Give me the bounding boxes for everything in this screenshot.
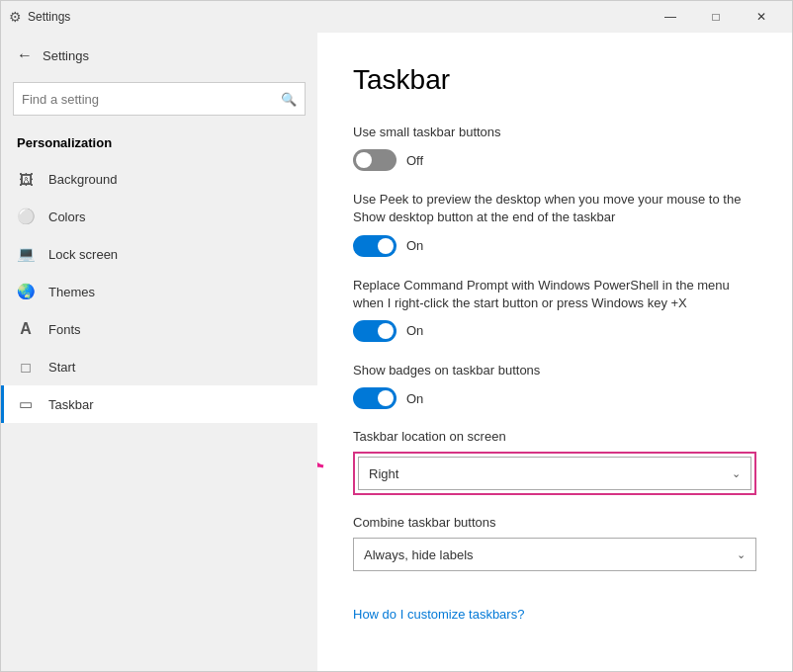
powershell-label: Replace Command Prompt with Windows Powe…: [353, 277, 756, 312]
combine-dropdown[interactable]: Always, hide labels ⌄: [353, 538, 756, 571]
powershell-toggle[interactable]: [353, 320, 396, 342]
small-buttons-toggle[interactable]: [353, 149, 396, 171]
nav-label-background: Background: [48, 172, 117, 187]
peek-state: On: [406, 238, 423, 253]
sidebar-item-background[interactable]: 🖼 Background: [1, 160, 317, 198]
start-icon: □: [17, 358, 35, 376]
nav-label-themes: Themes: [48, 285, 95, 299]
section-label: Personalization: [1, 127, 317, 160]
taskbar-icon: ▭: [17, 395, 35, 413]
powershell-knob: [378, 323, 394, 339]
sidebar-item-colors[interactable]: ⚪ Colors: [1, 198, 317, 235]
peek-toggle[interactable]: [353, 235, 396, 257]
small-buttons-knob: [356, 152, 372, 168]
peek-label: Use Peek to preview the desktop when you…: [353, 191, 756, 226]
sidebar-item-fonts[interactable]: A Fonts: [1, 310, 317, 348]
badges-label: Show badges on taskbar buttons: [353, 362, 756, 379]
sidebar: ← Settings 🔍 Personalization 🖼 Backgroun…: [1, 33, 317, 671]
setting-powershell: Replace Command Prompt with Windows Powe…: [353, 277, 756, 342]
small-buttons-label: Use small taskbar buttons: [353, 124, 756, 141]
combine-section: Combine taskbar buttons Always, hide lab…: [353, 515, 756, 571]
themes-icon: 🌏: [17, 283, 35, 300]
main-content: Taskbar Use small taskbar buttons Off Us…: [317, 33, 792, 671]
setting-peek: Use Peek to preview the desktop when you…: [353, 191, 756, 256]
sidebar-item-taskbar[interactable]: ▭ Taskbar: [1, 385, 317, 423]
setting-small-buttons: Use small taskbar buttons Off: [353, 124, 756, 171]
nav-label-fonts: Fonts: [48, 322, 81, 337]
customize-taskbars-link[interactable]: How do I customize taskbars?: [353, 607, 524, 622]
search-input[interactable]: [22, 92, 281, 107]
sidebar-item-themes[interactable]: 🌏 Themes: [1, 273, 317, 310]
taskbar-location-section: Taskbar location on screen Right ⌄: [353, 429, 756, 495]
location-value: Right: [369, 466, 398, 481]
title-bar-controls: — □ ✕: [648, 1, 784, 33]
setting-badges: Show badges on taskbar buttons On: [353, 362, 756, 409]
location-dropdown[interactable]: Right ⌄: [358, 457, 751, 490]
location-label: Taskbar location on screen: [353, 429, 756, 444]
badges-toggle-row: On: [353, 387, 756, 409]
nav-label-lockscreen: Lock screen: [48, 247, 118, 262]
combine-label: Combine taskbar buttons: [353, 515, 756, 530]
fonts-icon: A: [17, 320, 35, 338]
settings-app-icon: ⚙: [9, 9, 22, 25]
title-bar: ⚙ Settings — □ ✕: [1, 1, 792, 33]
close-button[interactable]: ✕: [739, 1, 784, 33]
small-buttons-state: Off: [406, 153, 423, 168]
maximize-button[interactable]: □: [693, 1, 739, 33]
annotation-arrow: [317, 439, 333, 488]
badges-knob: [378, 390, 394, 406]
peek-knob: [378, 238, 394, 254]
back-arrow-icon: ←: [17, 46, 33, 64]
badges-toggle[interactable]: [353, 387, 396, 409]
lockscreen-icon: 💻: [17, 245, 35, 263]
sidebar-back-label: Settings: [43, 48, 89, 63]
small-buttons-toggle-row: Off: [353, 149, 756, 171]
location-dropdown-wrapper: Right ⌄: [353, 452, 756, 495]
minimize-button[interactable]: —: [648, 1, 693, 33]
colors-icon: ⚪: [17, 208, 35, 225]
sidebar-search-box[interactable]: 🔍: [13, 82, 306, 116]
page-title: Taskbar: [353, 64, 756, 96]
settings-window: ⚙ Settings — □ ✕ ← Settings 🔍 Personaliz…: [0, 0, 793, 672]
sidebar-back-button[interactable]: ← Settings: [1, 33, 317, 78]
sidebar-item-start[interactable]: □ Start: [1, 348, 317, 385]
nav-label-colors: Colors: [48, 210, 86, 224]
combine-value: Always, hide labels: [364, 547, 474, 562]
nav-label-start: Start: [48, 360, 75, 375]
sidebar-item-lockscreen[interactable]: 💻 Lock screen: [1, 235, 317, 273]
combine-chevron-icon: ⌄: [737, 548, 746, 561]
background-icon: 🖼: [17, 170, 35, 188]
title-bar-label: Settings: [28, 10, 648, 24]
peek-toggle-row: On: [353, 235, 756, 257]
badges-state: On: [406, 391, 423, 406]
content-area: ← Settings 🔍 Personalization 🖼 Backgroun…: [1, 33, 792, 671]
location-chevron-icon: ⌄: [732, 467, 741, 480]
nav-label-taskbar: Taskbar: [48, 397, 94, 412]
powershell-state: On: [406, 323, 423, 338]
search-icon: 🔍: [281, 92, 297, 107]
powershell-toggle-row: On: [353, 320, 756, 342]
